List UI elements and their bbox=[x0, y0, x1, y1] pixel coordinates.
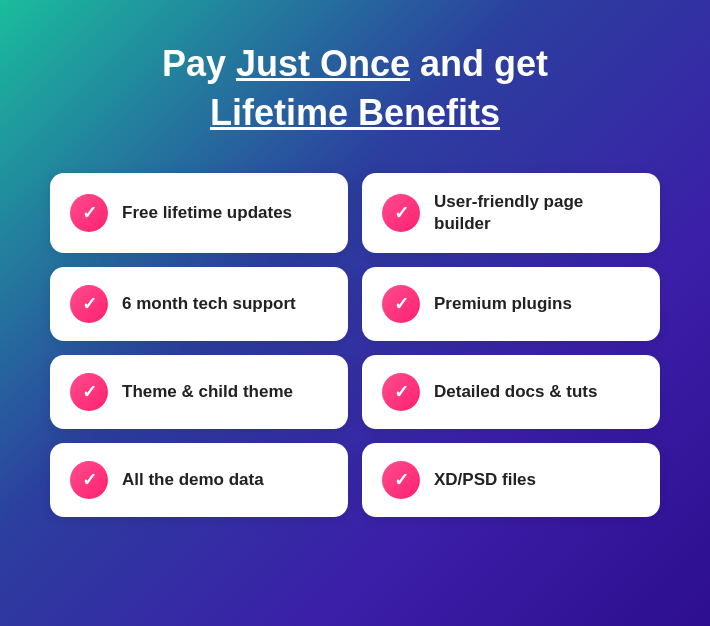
benefit-label: All the demo data bbox=[122, 469, 264, 491]
just-once-text: Just Once bbox=[236, 43, 410, 84]
benefit-card: 6 month tech support bbox=[50, 267, 348, 341]
check-icon bbox=[70, 285, 108, 323]
benefit-label: XD/PSD files bbox=[434, 469, 536, 491]
benefit-label: 6 month tech support bbox=[122, 293, 296, 315]
benefit-card: XD/PSD files bbox=[362, 443, 660, 517]
benefit-label: Theme & child theme bbox=[122, 381, 293, 403]
benefit-label: Detailed docs & tuts bbox=[434, 381, 597, 403]
benefit-card: Free lifetime updates bbox=[50, 173, 348, 253]
benefit-label: Premium plugins bbox=[434, 293, 572, 315]
page-header: Pay Just Once and get Lifetime Benefits bbox=[162, 40, 548, 137]
check-icon bbox=[70, 194, 108, 232]
benefit-card: All the demo data bbox=[50, 443, 348, 517]
benefit-card: Theme & child theme bbox=[50, 355, 348, 429]
benefit-card: Premium plugins bbox=[362, 267, 660, 341]
check-icon bbox=[382, 285, 420, 323]
benefit-card: User-friendly page builder bbox=[362, 173, 660, 253]
benefit-card: Detailed docs & tuts bbox=[362, 355, 660, 429]
check-icon bbox=[70, 461, 108, 499]
benefit-label: Free lifetime updates bbox=[122, 202, 292, 224]
check-icon bbox=[382, 194, 420, 232]
check-icon bbox=[70, 373, 108, 411]
lifetime-benefits-text: Lifetime Benefits bbox=[210, 92, 500, 133]
benefits-grid: Free lifetime updatesUser-friendly page … bbox=[50, 173, 660, 517]
page-title: Pay Just Once and get Lifetime Benefits bbox=[162, 40, 548, 137]
check-icon bbox=[382, 461, 420, 499]
check-icon bbox=[382, 373, 420, 411]
benefit-label: User-friendly page builder bbox=[434, 191, 640, 235]
